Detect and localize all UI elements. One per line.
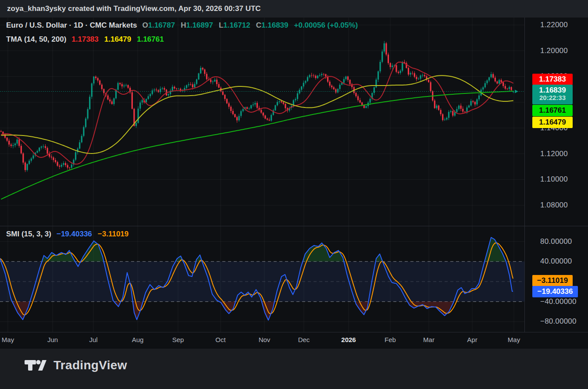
last-price-arrow-icon: [515, 90, 518, 93]
price-scale[interactable]: 1.220001.200001.180001.160001.140001.120…: [524, 18, 588, 332]
price-tick-label: 1.22000: [540, 21, 568, 29]
tradingview-logo[interactable]: TradingView: [24, 358, 127, 372]
attribution-text: zoya_khan3ysky created with TradingView.…: [7, 4, 261, 13]
tma-value: 1.17383: [71, 35, 98, 43]
symbol-legend[interactable]: Euro / U.S. Dollar · 1D · CMC MarketsO1.…: [6, 21, 363, 30]
time-tick-label: 2026: [341, 336, 356, 343]
tradingview-logo-text: TradingView: [53, 358, 127, 372]
ohlc-letter: C: [256, 21, 261, 29]
ohlc-value: 1.16839: [261, 21, 288, 29]
tradingview-logo-icon: [24, 358, 47, 372]
symbol-title[interactable]: Euro / U.S. Dollar · 1D · CMC Markets: [6, 21, 137, 29]
price-label-value: 1.16479: [539, 118, 566, 126]
time-tick-label: Oct: [215, 336, 225, 343]
tma-legend[interactable]: TMA (14, 50, 200)1.173831.164791.16761: [6, 35, 170, 44]
smi-values: −19.40336−3.11019: [57, 230, 134, 238]
smi-label-value: −3.11019: [537, 276, 568, 285]
price-tick-label: 1.10000: [540, 175, 568, 184]
smi-signal-label: −3.11019: [532, 275, 573, 286]
time-tick-label: Dec: [298, 336, 310, 343]
smi-tick-label: −80.00000: [540, 317, 577, 326]
price-label-value: 1.17383: [539, 75, 566, 83]
smi-label-value: −19.40336: [538, 287, 573, 296]
ohlc-value: 1.16787: [148, 21, 175, 29]
time-tick-label: Sep: [172, 336, 184, 343]
tma-50-line: [1, 75, 513, 153]
tma14-price-label: 1.17383: [532, 74, 573, 85]
ohlc-value: 1.16712: [223, 21, 250, 29]
smi-legend[interactable]: SMI (15, 3, 3)−19.40336−3.11019: [6, 230, 134, 239]
smi-value: −19.40336: [57, 230, 92, 238]
ohlc-letter: H: [181, 21, 186, 29]
tma-value: 1.16761: [137, 35, 164, 43]
tma50-price-label: 1.16479: [532, 117, 573, 128]
time-tick-label: May: [508, 336, 520, 343]
price-label-value: 1.16761: [539, 106, 566, 114]
logo-bar: TradingView: [0, 349, 588, 389]
tma-value: 1.16479: [104, 35, 131, 43]
tma-indicator-name[interactable]: TMA (14, 50, 200): [6, 35, 66, 43]
attribution-bar: zoya_khan3ysky created with TradingView.…: [0, 0, 588, 18]
smi-tick-label: −40.00000: [540, 297, 577, 306]
change-value: +0.00056 (+0.05%): [294, 21, 358, 29]
time-tick-label: Feb: [385, 336, 396, 343]
candles: [0, 41, 514, 172]
smi-value: −3.11019: [98, 230, 128, 238]
time-tick-label: Nov: [259, 336, 271, 343]
panel-divider[interactable]: [0, 226, 588, 226]
smi-indicator-name[interactable]: SMI (15, 3, 3): [6, 230, 51, 238]
chart-container[interactable]: Euro / U.S. Dollar · 1D · CMC MarketsO1.…: [0, 18, 588, 349]
time-tick-label: May: [2, 336, 14, 343]
time-tick-label: Jul: [89, 336, 97, 343]
tma-values: 1.173831.164791.16761: [71, 35, 169, 43]
ohlc-letter: O: [143, 21, 148, 29]
time-tick-label: Apr: [467, 336, 477, 343]
ohlc-values: O1.16787H1.16897L1.16712C1.16839+0.00056…: [143, 21, 364, 29]
countdown-timer: 20:22:33: [532, 94, 573, 101]
smi-tick-label: 40.00000: [540, 257, 572, 266]
ohlc-value: 1.16897: [186, 21, 213, 29]
time-tick-label: Mar: [423, 336, 435, 343]
price-tick-label: 1.20000: [540, 46, 568, 55]
time-tick-label: Jun: [47, 336, 58, 343]
tma200-price-label: 1.16761: [532, 105, 573, 116]
time-tick-label: Aug: [132, 336, 144, 343]
tradingview-snapshot: zoya_khan3ysky created with TradingView.…: [0, 0, 588, 389]
smi-tick-label: 80.00000: [540, 237, 572, 246]
price-tick-label: 1.12000: [540, 150, 568, 158]
price-tick-label: 1.08000: [540, 201, 568, 210]
price-chart-canvas[interactable]: [0, 18, 524, 226]
price-label-value: 1.16839: [539, 86, 566, 94]
ohlc-letter: L: [219, 21, 223, 29]
last-price-label: 1.1683920:22:33: [532, 85, 573, 104]
time-scale[interactable]: MayJunJulAugSepOctNovDec2026FebMarAprMay: [0, 332, 588, 349]
smi-smi-label: −19.40336: [532, 286, 578, 297]
smi-chart-canvas[interactable]: [0, 226, 524, 332]
